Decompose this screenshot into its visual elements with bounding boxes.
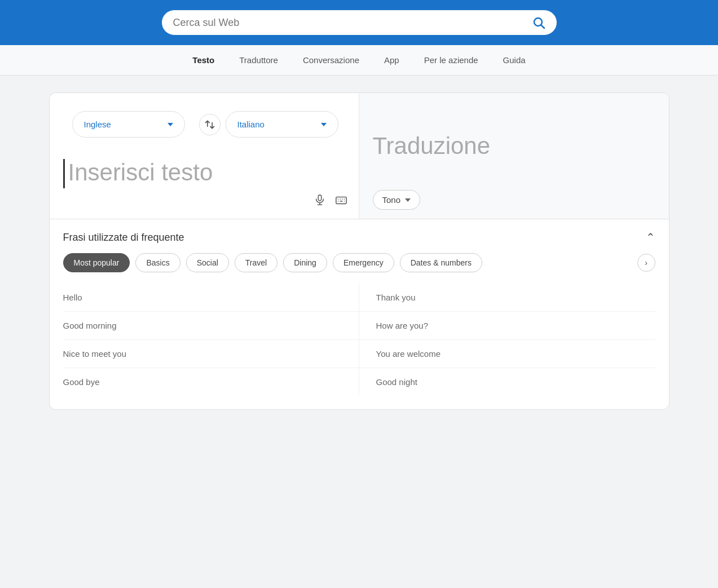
phrase-item[interactable]: Good bye — [63, 368, 359, 396]
phrase-item[interactable]: Good morning — [63, 312, 359, 340]
category-pills: Most popular Basics Social Travel Dining… — [63, 253, 655, 272]
pill-dining[interactable]: Dining — [283, 253, 327, 272]
nav-item-testo[interactable]: Testo — [191, 53, 215, 67]
keyboard-icon[interactable] — [335, 194, 347, 210]
nav-item-conversazione[interactable]: Conversazione — [302, 53, 360, 67]
nav-item-traduttore[interactable]: Traduttore — [238, 53, 279, 67]
source-pane: Inglese Italiano — [50, 93, 359, 219]
translator-area: Inglese Italiano — [50, 93, 669, 219]
nav-item-app[interactable]: App — [383, 53, 400, 67]
text-cursor — [63, 159, 65, 188]
source-language-selector[interactable]: Inglese — [72, 111, 185, 138]
tone-button[interactable]: Tono — [373, 190, 421, 210]
phrases-header: Frasi utilizzate di frequente ⌃ — [63, 231, 655, 244]
pills-next-button[interactable]: › — [637, 254, 655, 272]
translator-card: Inglese Italiano — [49, 92, 669, 410]
pill-basics[interactable]: Basics — [135, 253, 180, 272]
phrase-item[interactable]: You are welcome — [359, 340, 655, 368]
source-language-label: Inglese — [84, 120, 111, 129]
source-language-chevron — [168, 123, 173, 126]
main: Inglese Italiano — [0, 76, 718, 421]
tone-label: Tono — [382, 195, 401, 205]
phrase-item[interactable]: Hello — [63, 284, 359, 312]
phrases-section: Frasi utilizzate di frequente ⌃ Most pop… — [50, 219, 669, 409]
pill-most-popular[interactable]: Most popular — [63, 253, 130, 272]
pill-travel[interactable]: Travel — [235, 253, 277, 272]
phrase-item[interactable]: How are you? — [359, 312, 655, 340]
pill-emergency[interactable]: Emergency — [333, 253, 394, 272]
target-language-selector[interactable]: Italiano — [226, 111, 338, 138]
microphone-icon[interactable] — [314, 194, 326, 210]
phrase-item[interactable]: Nice to meet you — [63, 340, 359, 368]
source-pane-icons — [63, 194, 347, 210]
search-icon — [532, 16, 545, 29]
nav-item-guida[interactable]: Guida — [502, 53, 527, 67]
phrases-title: Frasi utilizzate di frequente — [63, 232, 184, 244]
swap-languages-button[interactable] — [199, 114, 221, 135]
search-input[interactable] — [173, 17, 526, 29]
svg-rect-2 — [318, 195, 321, 201]
svg-line-1 — [541, 25, 544, 29]
source-placeholder: Inserisci testo — [68, 159, 213, 186]
phrase-list: Hello Thank you Good morning How are you… — [63, 284, 655, 396]
translation-placeholder: Traduzione — [373, 132, 491, 160]
target-language-chevron — [321, 123, 327, 126]
phrase-item[interactable]: Good night — [359, 368, 655, 396]
nav-item-aziende[interactable]: Per le aziende — [423, 53, 479, 67]
tone-chevron — [405, 198, 411, 202]
target-pane: Traduzione Tono — [359, 93, 669, 219]
nav: Testo Traduttore Conversazione App Per l… — [0, 45, 718, 76]
svg-rect-5 — [336, 197, 346, 204]
phrase-item[interactable]: Thank you — [359, 284, 655, 312]
search-bar — [162, 10, 557, 35]
pill-social[interactable]: Social — [186, 253, 229, 272]
phrases-collapse-button[interactable]: ⌃ — [646, 231, 655, 244]
pill-dates-numbers[interactable]: Dates & numbers — [400, 253, 482, 272]
swap-icon — [204, 119, 215, 130]
target-language-label: Italiano — [237, 120, 265, 129]
header — [0, 0, 718, 45]
